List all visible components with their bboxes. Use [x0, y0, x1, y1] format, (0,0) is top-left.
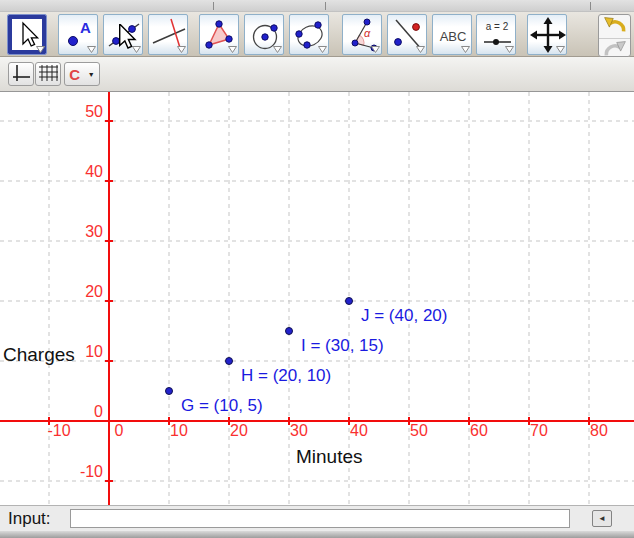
tool-slider-button[interactable]: a = 2 [476, 14, 516, 55]
y-tick-label: 30 [85, 223, 103, 240]
tool-line-button[interactable] [103, 14, 143, 55]
y-tick-label: 0 [94, 403, 103, 420]
y-axis-title[interactable]: Charges [3, 344, 75, 366]
undo-icon [600, 15, 630, 34]
x-tick-label: 70 [530, 422, 548, 439]
tool-move-view-button[interactable] [527, 14, 567, 55]
angle-tool-label: α [364, 27, 371, 39]
point-label-I[interactable]: I = (30, 15) [301, 336, 384, 355]
data-point-J[interactable] [346, 298, 353, 305]
x-tick-label: 20 [230, 422, 248, 439]
point-label-H[interactable]: H = (20, 10) [241, 366, 331, 385]
axes-icon [10, 63, 32, 83]
x-tick-label: 60 [470, 422, 488, 439]
graph-canvas[interactable]: -1001020304050607080-1001020304050G = (1… [0, 92, 634, 505]
point-label-J[interactable]: J = (40, 20) [361, 306, 447, 325]
x-tick-label: 40 [350, 422, 368, 439]
tool-dropdown-icon[interactable] [505, 46, 514, 53]
graphics-style-bar: C ▼ [0, 57, 634, 92]
input-bar: Input: ◄ [0, 505, 634, 531]
tool-text-button[interactable]: ABC [432, 14, 472, 55]
x-tick-label: 10 [170, 422, 188, 439]
tool-reflect-button[interactable] [387, 14, 427, 55]
point-tool-label: A [80, 19, 91, 36]
graphics-view[interactable]: -1001020304050607080-1001020304050G = (1… [0, 92, 634, 505]
x-tick-label: -10 [47, 422, 70, 439]
tool-dropdown-icon[interactable] [461, 46, 470, 53]
tool-polygon-button[interactable] [199, 14, 239, 55]
slider-tool-label: a = 2 [486, 21, 509, 32]
tool-dropdown-icon[interactable] [132, 46, 141, 53]
geogebra-window: A [0, 0, 634, 538]
undo-redo-group [598, 14, 631, 57]
toolbar-handle-mark [325, 2, 326, 10]
capture-label: C [69, 66, 80, 83]
tool-perpendicular-line-button[interactable] [148, 14, 188, 55]
tool-dropdown-icon[interactable] [371, 46, 380, 53]
input-help-toggle-button[interactable]: ◄ [592, 510, 612, 527]
y-tick-label: 40 [85, 163, 103, 180]
tool-dropdown-icon[interactable] [228, 46, 237, 53]
toolbar-handle-mark [213, 2, 214, 10]
tool-angle-button[interactable]: α [342, 14, 382, 55]
x-tick-label: 80 [590, 422, 608, 439]
toolbar: A [0, 12, 634, 57]
input-label: Input: [8, 509, 51, 529]
window-bottom-edge [0, 531, 634, 538]
tool-move-button[interactable] [7, 14, 47, 55]
tool-dropdown-icon[interactable] [177, 46, 186, 53]
x-tick-label: 30 [290, 422, 308, 439]
menubar-strip [0, 0, 634, 12]
tool-dropdown-icon[interactable] [556, 46, 565, 53]
x-tick-label: 50 [410, 422, 428, 439]
chevron-down-icon: ▼ [88, 71, 95, 78]
grid-icon [37, 63, 59, 83]
point-label-G[interactable]: G = (10, 5) [181, 396, 263, 415]
tool-dropdown-icon[interactable] [87, 46, 96, 53]
text-tool-label: ABC [440, 29, 467, 44]
y-tick-label: 50 [85, 103, 103, 120]
data-point-H[interactable] [226, 358, 233, 365]
tool-dropdown-icon[interactable] [36, 46, 45, 53]
tool-conic-button[interactable] [289, 14, 329, 55]
x-axis-title[interactable]: Minutes [296, 446, 363, 468]
tool-dropdown-icon[interactable] [318, 46, 327, 53]
data-point-I[interactable] [286, 328, 293, 335]
tool-dropdown-icon[interactable] [416, 46, 425, 53]
point-capturing-dropdown[interactable]: C ▼ [64, 62, 100, 86]
toggle-axes-button[interactable] [8, 62, 34, 86]
redo-icon [600, 39, 630, 58]
redo-button[interactable] [599, 39, 630, 59]
undo-button[interactable] [599, 15, 630, 35]
tool-circle-button[interactable] [244, 14, 284, 55]
tool-dropdown-icon[interactable] [273, 46, 282, 53]
tool-point-button[interactable]: A [58, 14, 98, 55]
left-triangle-icon: ◄ [598, 514, 606, 523]
toolbar-handle-mark [590, 2, 591, 10]
x-tick-label: 0 [115, 422, 124, 439]
y-tick-label: 10 [85, 343, 103, 360]
y-tick-label: 20 [85, 283, 103, 300]
data-point-G[interactable] [166, 388, 173, 395]
command-input[interactable] [70, 509, 570, 528]
y-tick-label: -10 [80, 463, 103, 480]
toggle-grid-button[interactable] [35, 62, 61, 86]
